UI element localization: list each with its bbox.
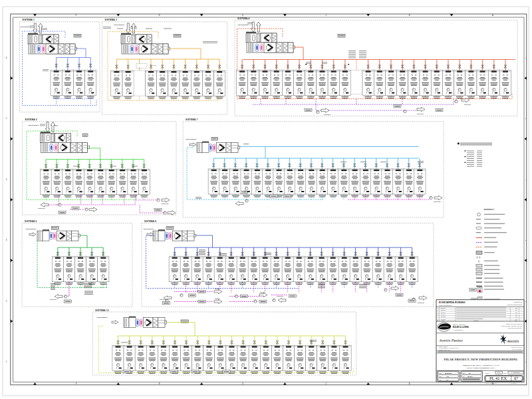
svg-text:AIRE EXTERIOR: AIRE EXTERIOR: [25, 228, 37, 229]
svg-text:Fecha: Fecha: [442, 321, 444, 321]
svg-text:07: 07: [514, 376, 518, 380]
svg-text:4: 4: [438, 316, 438, 317]
svg-text:BUENOS AIRES - (1742): BUENOS AIRES - (1742): [439, 349, 450, 350]
svg-text:Aventis: Aventis: [507, 338, 519, 343]
svg-text:E: E: [159, 382, 160, 385]
svg-text:Data:: Data:: [440, 372, 443, 374]
svg-text:SISTEMA 3: SISTEMA 3: [105, 19, 117, 21]
svg-text:SISTEMA 6: SISTEMA 6: [25, 220, 37, 223]
svg-text:C.M.: C.M.: [515, 319, 518, 320]
svg-text:AIRE EXTERIOR: AIRE EXTERIOR: [96, 317, 108, 318]
svg-text:EXPULSION: EXPULSION: [50, 299, 57, 300]
svg-text:EXPULSION: EXPULSION: [162, 203, 169, 204]
svg-text:D: D: [242, 14, 243, 17]
svg-text:BOLER & LLORNS: BOLER & LLORNS: [453, 326, 469, 329]
svg-text:02-03-04: 02-03-04: [441, 312, 446, 313]
svg-text:Escl :: Escl :: [463, 372, 466, 374]
svg-text:SISTEMA 7: SISTEMA 7: [186, 118, 198, 121]
svg-text:REFERENCIAS: REFERENCIAS: [484, 208, 495, 209]
svg-text:ECHEVARRIA-ROMANO: ECHEVARRIA-ROMANO: [439, 301, 466, 304]
svg-text:Esc.:: Esc.:: [440, 379, 442, 380]
svg-text:C.M.: C.M.: [515, 308, 518, 309]
svg-text:B: B: [409, 382, 410, 385]
svg-text:o Asociados S.R.L.: o Asociados S.R.L.: [453, 329, 464, 331]
svg-text:28-08-2001: 28-08-2001: [445, 372, 452, 374]
svg-text:AIRE EXTERIOR: AIRE EXTERIOR: [28, 124, 39, 126]
svg-text:Aventis Pasteur: Aventis Pasteur: [439, 339, 463, 342]
svg-text:EXPULSION: EXPULSION: [38, 207, 45, 209]
svg-text:5: 5: [438, 319, 438, 320]
svg-text:SISTEMA 10: SISTEMA 10: [95, 309, 108, 312]
svg-text:EXPULSION: EXPULSION: [277, 295, 284, 297]
svg-text:FUTURE: FUTURE: [152, 65, 156, 66]
svg-text:ESQUEMAS DE AIRE V – SISTEMA: ESQUEMAS DE AIRE V – SISTEMAS V AL VII: [462, 364, 499, 366]
svg-text:SISTEMA 4: SISTEMA 4: [237, 17, 249, 20]
svg-text:Dmn.:: Dmn.:: [440, 376, 443, 377]
svg-text:AIRE EXTERIOR: AIRE EXTERIOR: [186, 138, 197, 140]
svg-text:AIRE EXTERIOR: AIRE EXTERIOR: [237, 24, 249, 25]
svg-text:C. GUERRERO: C. GUERRERO: [511, 372, 521, 373]
svg-text:F: F: [76, 382, 77, 385]
svg-text:© GLASSWORT: © GLASSWORT: [509, 382, 517, 384]
svg-text:3029: 3029: [497, 372, 500, 373]
svg-text:PILAR PROJECT–NEW PRODUCTION: PILAR PROJECT–NEW PRODUCTION BUILDING: [444, 358, 518, 361]
svg-text:EXPULSION: EXPULSION: [324, 114, 331, 115]
svg-text:Télégr. 34 27 27 28 34: Télégr. 34 27 27 28 34: [512, 348, 522, 350]
svg-text:B: B: [409, 14, 410, 17]
svg-text:Ingeniería Termomecánica: Ingeniería Termomecánica: [507, 304, 523, 305]
svg-text:SISTEMA 5: SISTEMA 5: [25, 118, 37, 121]
svg-text:70-02-02: 70-02-02: [441, 319, 446, 320]
svg-text:Consultores en: Consultores en: [513, 301, 522, 303]
svg-text:AIRE EXTERIOR: AIRE EXTERIOR: [143, 228, 154, 229]
svg-text:CAMPUS MERELO - Tel. Katsu Nor: CAMPUS MERELO - Tel. Katsu Norte #0904: [439, 347, 459, 348]
svg-text:E: E: [159, 14, 160, 17]
svg-text:3: 3: [438, 314, 438, 315]
svg-text:C.M.: C.M.: [446, 376, 450, 377]
svg-text:EXPULSION: EXPULSION: [417, 113, 424, 114]
svg-text:28-08-04: 28-08-04: [441, 309, 446, 311]
svg-text:2: 2: [438, 312, 438, 313]
svg-text:estudio termomecánico: estudio termomecánico: [439, 305, 452, 306]
svg-text:PL 41 EX: PL 41 EX: [489, 376, 507, 380]
svg-text:EXPULSION: EXPULSION: [418, 302, 425, 303]
svg-text:Tel/Fax 4321-8321 / 4321-8013: Tel/Fax 4321-8321 / 4321-8013 / 4321-481…: [501, 326, 522, 327]
svg-text:EXPULSION: EXPULSION: [434, 201, 441, 202]
svg-text:19-07-04: 19-07-04: [441, 314, 446, 315]
svg-text:AIRE EXTERIOR: AIRE EXTERIOR: [114, 24, 125, 25]
svg-text:1: 1: [438, 309, 438, 311]
svg-text:Paraná 46 of 'T'(1419) dense e: Paraná 46 of 'T'(1419) dense exp.: [506, 324, 523, 325]
svg-text:SISTEMA 1: SISTEMA 1: [23, 19, 35, 21]
svg-text:EXPULSION: EXPULSION: [464, 104, 471, 105]
svg-text:Teléfonos 34 21 27 O 32: Teléfonos 34 21 27 O 32: [511, 347, 523, 348]
svg-text:28-08-02: 28-08-02: [441, 316, 446, 317]
svg-text:C.M.: C.M.: [515, 315, 518, 315]
svg-text:Modificación: Modificación: [473, 321, 479, 321]
svg-text:BUREAU VERITAS: BUREAU VERITAS: [439, 346, 448, 347]
svg-text:28-08-04: 28-08-04: [441, 307, 446, 309]
svg-text:AIRE EXTERIOR: AIRE EXTERIOR: [20, 26, 31, 27]
svg-text:C: C: [325, 14, 327, 17]
svg-text:Archivo n°: Archivo n°: [485, 372, 490, 374]
svg-text:A: A: [492, 14, 493, 17]
svg-text:28-08-04: 28-08-04: [467, 376, 473, 377]
svg-text:C.M.: C.M.: [515, 313, 518, 313]
svg-text:Resp:: Resp:: [503, 372, 507, 374]
svg-text:Estudi de Arquitectura: Estudi de Arquitectura: [453, 324, 466, 325]
svg-text:C.M.: C.M.: [515, 317, 518, 317]
svg-text:INSTALACION TERMOMECANICA: INSTALACION TERMOMECANICA: [466, 367, 495, 369]
svg-text:NON GL-TECHNIK DWG: NON GL-TECHNIK DWG: [485, 383, 497, 384]
svg-text:EXPULSION: EXPULSION: [160, 299, 167, 300]
svg-text:D: D: [242, 382, 243, 385]
svg-text:Rev.: Rev.: [463, 376, 466, 377]
svg-text:F: F: [76, 14, 77, 17]
svg-text:SISTEMA 8: SISTEMA 8: [144, 220, 156, 223]
svg-text:C.M.: C.M.: [515, 310, 518, 311]
svg-text:0: 0: [438, 307, 438, 309]
svg-text:C: C: [325, 382, 327, 385]
